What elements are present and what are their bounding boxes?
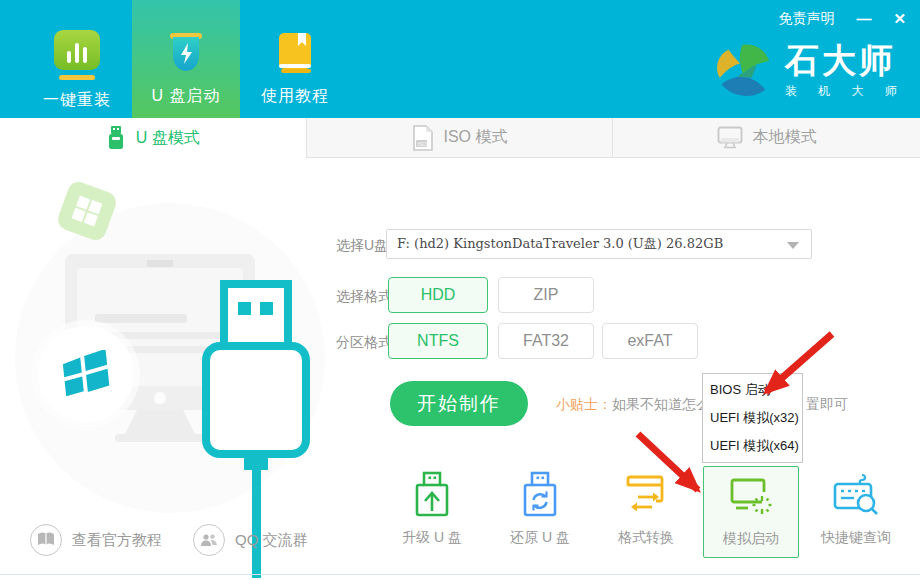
- mode-tabs: U 盘模式 ISO ISO 模式 本地模式: [0, 118, 920, 158]
- tool-label: 升级 U 盘: [384, 529, 480, 547]
- tool-format-convert[interactable]: 格式转换: [598, 470, 694, 547]
- hotkey-query-icon: [806, 470, 906, 522]
- monitor-icon: [717, 126, 743, 150]
- usb-drive-select[interactable]: F: (hd2) KingstonDataTraveler 3.0 (U盘) 2…: [386, 229, 812, 259]
- titlebar-controls: 免责声明 — ✕: [778, 10, 906, 28]
- window-bottom-border: [0, 574, 920, 575]
- disclaimer-link[interactable]: 免责声明: [778, 10, 834, 28]
- tab-one-key-reinstall[interactable]: 一键重装: [22, 0, 132, 118]
- usb-upgrade-icon: [384, 470, 480, 522]
- partition-option-fat32[interactable]: FAT32: [498, 323, 594, 359]
- tab-iso-mode[interactable]: ISO ISO 模式: [307, 118, 614, 158]
- tab-label: 一键重装: [43, 90, 111, 111]
- tool-label: 还原 U 盘: [492, 529, 588, 547]
- brand-name: 石大师: [785, 42, 906, 78]
- group-people-icon: [193, 524, 225, 556]
- tab-tutorial[interactable]: 使用教程: [240, 0, 350, 118]
- brand-logo: 石大师 装 机 大 师: [713, 42, 906, 102]
- format-option-zip[interactable]: ZIP: [498, 277, 594, 313]
- link-label: QQ 交流群: [235, 531, 308, 550]
- tab-usb-mode[interactable]: U 盘模式: [0, 118, 307, 158]
- tab-local-mode[interactable]: 本地模式: [613, 118, 920, 158]
- tool-simulate-boot[interactable]: 模拟启动: [703, 466, 799, 558]
- open-book-icon: [30, 524, 62, 556]
- chart-underline: [59, 75, 95, 80]
- tip-label: 小贴士：: [556, 396, 612, 412]
- qq-group-link[interactable]: QQ 交流群: [193, 524, 308, 556]
- minimize-button[interactable]: —: [856, 10, 871, 28]
- tool-label: 模拟启动: [704, 530, 798, 548]
- format-convert-icon: [598, 470, 694, 522]
- tab-usb-boot[interactable]: U 盘启动: [132, 0, 240, 118]
- mode-tab-label: 本地模式: [753, 127, 817, 148]
- top-nav: 一键重装 U 盘启动: [0, 0, 350, 118]
- usb-illustration: [0, 158, 340, 578]
- partition-label: 分区格式:: [336, 334, 396, 352]
- tab-label: 使用教程: [261, 86, 329, 107]
- svg-text:ISO: ISO: [417, 140, 426, 146]
- link-label: 查看官方教程: [72, 531, 162, 550]
- tool-label: 快捷键查询: [806, 529, 906, 547]
- iso-file-icon: ISO: [412, 125, 434, 151]
- tool-hotkey-query[interactable]: 快捷键查询: [806, 470, 906, 547]
- usb-select-label: 选择U盘:: [336, 237, 392, 255]
- mode-tab-label: ISO 模式: [444, 127, 508, 148]
- app-window: 一键重装 U 盘启动: [0, 0, 920, 580]
- popup-item-bios[interactable]: BIOS 启动: [710, 381, 795, 399]
- tool-label: 格式转换: [598, 529, 694, 547]
- bar-chart-icon: [54, 30, 100, 70]
- brand-text: 石大师 装 机 大 师: [785, 42, 906, 100]
- partition-option-exfat[interactable]: exFAT: [602, 323, 698, 359]
- usb-drive-value: F: (hd2) KingstonDataTraveler 3.0 (U盘) 2…: [397, 235, 723, 253]
- simulate-boot-icon: [704, 471, 798, 523]
- format-label: 选择格式:: [336, 288, 396, 306]
- close-button[interactable]: ✕: [893, 10, 906, 28]
- mode-tab-label: U 盘模式: [136, 128, 200, 149]
- format-option-hdd[interactable]: HDD: [388, 277, 488, 313]
- popup-item-uefi-x32[interactable]: UEFI 模拟(x32): [710, 409, 795, 427]
- book-icon: [272, 30, 318, 76]
- chevron-down-icon: [787, 242, 799, 249]
- header-bar: 一键重装 U 盘启动: [0, 0, 920, 118]
- popup-item-uefi-x64[interactable]: UEFI 模拟(x64): [710, 437, 795, 455]
- partition-option-ntfs[interactable]: NTFS: [388, 323, 488, 359]
- official-tutorial-link[interactable]: 查看官方教程: [30, 524, 162, 556]
- windows-flag-icon: [61, 350, 111, 398]
- tip-text-right: 置即可: [806, 396, 848, 414]
- tool-restore-usb[interactable]: 还原 U 盘: [492, 470, 588, 547]
- windows-logo-badge: [38, 326, 134, 422]
- usb-stick-icon: [106, 126, 126, 150]
- tab-label: U 盘启动: [152, 86, 221, 107]
- usb-restore-icon: [492, 470, 588, 522]
- shield-bolt-icon: [163, 30, 209, 76]
- tool-upgrade-usb[interactable]: 升级 U 盘: [384, 470, 480, 547]
- start-button[interactable]: 开始制作: [390, 381, 528, 426]
- brand-swirl-icon: [713, 42, 775, 102]
- boot-mode-popup: BIOS 启动 UEFI 模拟(x32) UEFI 模拟(x64): [702, 373, 803, 463]
- brand-subtitle: 装 机 大 师: [785, 83, 906, 100]
